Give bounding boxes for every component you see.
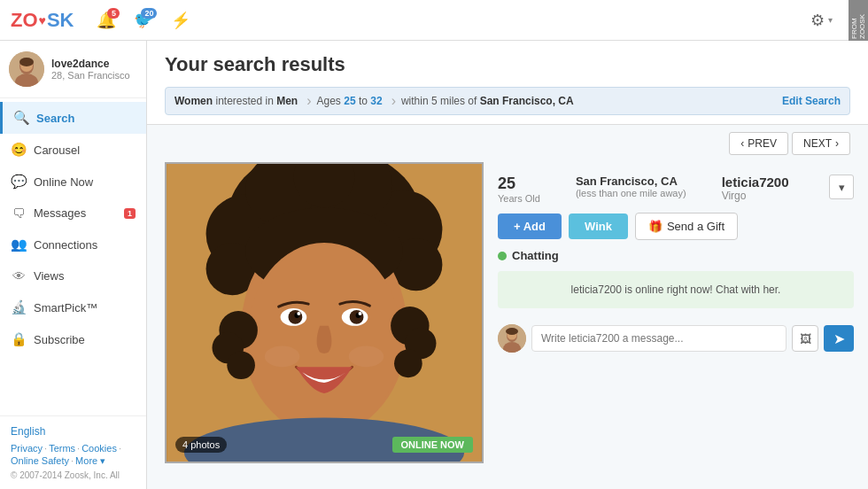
privacy-link[interactable]: Privacy <box>11 443 43 454</box>
pagination-bar: ‹ PREV NEXT › <box>147 125 868 162</box>
chat-avatar <box>498 324 526 353</box>
settings-button[interactable]: ⚙ ▾ <box>810 11 833 30</box>
carousel-icon: 😊 <box>11 142 27 158</box>
boost-icon: ⚡ <box>171 11 190 30</box>
online-safety-link[interactable]: Online Safety <box>11 455 69 467</box>
sidebar-item-smartpick-label: SmartPick™ <box>34 301 97 314</box>
logo-heart-icon: ♥ <box>39 13 46 27</box>
more-link[interactable]: More ▾ <box>75 455 105 467</box>
send-message-button[interactable]: ➤ <box>824 325 854 352</box>
svg-point-40 <box>506 328 518 335</box>
sidebar-item-messages[interactable]: 🗨 Messages 1 <box>0 198 146 229</box>
logo[interactable]: ZO ♥ SK <box>11 9 74 32</box>
user-name: love2dance <box>51 58 130 70</box>
profile-photo-card[interactable]: 4 photos ONLINE NOW <box>165 162 484 463</box>
chat-input-row: 🖼 ➤ <box>498 324 854 353</box>
profile-stats: 25 Years Old San Francisco, CA (less tha… <box>498 175 789 204</box>
age-value: 25 <box>498 175 540 193</box>
content-header: Your search results Women interested in … <box>147 41 868 125</box>
sidebar-item-search[interactable]: 🔍 Search <box>0 102 146 134</box>
gift-icon: 🎁 <box>648 220 663 233</box>
cookies-link[interactable]: Cookies <box>81 443 117 454</box>
sidebar-item-carousel-label: Carousel <box>34 144 80 157</box>
filter-women: Women interested in Men <box>174 95 301 107</box>
svg-point-32 <box>394 350 422 378</box>
user-info: love2dance 28, San Francisco <box>51 58 130 81</box>
connections-icon: 👥 <box>11 237 27 252</box>
svg-point-26 <box>349 346 384 368</box>
username-value: leticia7200 <box>722 175 789 190</box>
sidebar-item-connections[interactable]: 👥 Connections <box>0 229 146 260</box>
svg-point-24 <box>359 312 362 315</box>
terms-link[interactable]: Terms <box>49 443 75 454</box>
add-button[interactable]: + Add <box>498 213 562 239</box>
user-location: 28, San Francisco <box>51 70 130 81</box>
stat-age: 25 Years Old <box>498 175 540 204</box>
chat-status-indicator: Chatting <box>498 249 854 262</box>
notifications-bell-button[interactable]: 🔔 5 <box>91 8 121 33</box>
sep2: · <box>77 443 80 454</box>
sidebar-item-online-now[interactable]: 💬 Online Now <box>0 166 146 198</box>
stat-location: San Francisco, CA (less than one mile aw… <box>576 175 686 204</box>
filter-arrow-1: › <box>301 93 316 109</box>
avatar <box>9 51 44 87</box>
top-navigation: ZO ♥ SK 🔔 5 🐦 20 ⚡ ⚙ ▾ FROM ZOOSK <box>0 0 868 41</box>
nav-notification-icons: 🔔 5 🐦 20 ⚡ <box>91 8 196 33</box>
svg-point-23 <box>297 312 300 315</box>
city-value: San Francisco, CA <box>576 175 686 188</box>
views-icon: 👁 <box>11 268 27 283</box>
gear-icon: ⚙ <box>810 11 825 30</box>
chat-message-input[interactable] <box>531 325 787 352</box>
main-layout: love2dance 28, San Francisco 🔍 Search 😊 … <box>0 41 868 489</box>
notifications-count: 5 <box>107 8 120 19</box>
emoji-button[interactable]: 🖼 <box>792 325 818 352</box>
subscribe-icon: 🔒 <box>11 331 27 347</box>
sidebar-item-subscribe-label: Subscribe <box>34 333 85 346</box>
settings-arrow: ▾ <box>828 15 833 25</box>
sidebar-footer: English Privacy · Terms · Cookies · Onli… <box>0 415 146 489</box>
online-icon: 💬 <box>11 174 27 190</box>
profile-details-panel: 25 Years Old San Francisco, CA (less tha… <box>484 162 868 489</box>
action-buttons: + Add Wink 🎁 Send a Gift <box>498 213 854 240</box>
prev-button[interactable]: ‹ PREV <box>729 132 788 155</box>
expand-profile-button[interactable]: ▾ <box>829 175 854 199</box>
svg-point-25 <box>265 346 300 368</box>
sidebar-item-subscribe[interactable]: 🔒 Subscribe <box>0 323 146 355</box>
edit-search-button[interactable]: Edit Search <box>782 95 841 107</box>
send-gift-button[interactable]: 🎁 Send a Gift <box>635 213 738 240</box>
svg-point-4 <box>19 58 34 66</box>
city-sub: (less than one mile away) <box>576 188 686 198</box>
sep4: · <box>71 455 74 467</box>
age-label: Years Old <box>498 193 540 204</box>
emoji-icon: 🖼 <box>800 332 811 345</box>
logo-zo: ZO <box>11 9 38 32</box>
sep3: · <box>119 443 121 454</box>
zodiac-value: Virgo <box>722 190 789 202</box>
activity-button[interactable]: 🐦 20 <box>128 8 159 33</box>
prev-arrow-icon: ‹ <box>740 137 744 150</box>
svg-point-29 <box>227 351 255 379</box>
boost-button[interactable]: ⚡ <box>166 8 196 33</box>
wink-button[interactable]: Wink <box>569 213 628 239</box>
sidebar-item-messages-label: Messages <box>34 206 86 220</box>
from-zoosk-label: FROM ZOOSK <box>849 0 868 41</box>
sidebar-item-smartpick[interactable]: 🔬 SmartPick™ <box>0 291 146 323</box>
sidebar-item-views-label: Views <box>34 269 64 283</box>
language-selector[interactable]: English <box>11 425 136 438</box>
sep1: · <box>44 443 47 454</box>
sidebar-item-carousel[interactable]: 😊 Carousel <box>0 134 146 166</box>
page-title: Your search results <box>165 53 850 76</box>
sidebar: love2dance 28, San Francisco 🔍 Search 😊 … <box>0 41 147 489</box>
stat-user: leticia7200 Virgo <box>722 175 789 204</box>
sidebar-item-connections-label: Connections <box>34 238 97 252</box>
filter-ages: Ages 25 to 32 <box>317 95 386 107</box>
sidebar-item-views[interactable]: 👁 Views <box>0 260 146 291</box>
sidebar-navigation: 🔍 Search 😊 Carousel 💬 Online Now 🗨 Messa… <box>0 98 146 415</box>
user-profile-section[interactable]: love2dance 28, San Francisco <box>0 41 146 98</box>
next-button[interactable]: NEXT › <box>792 132 850 155</box>
main-content: Your search results Women interested in … <box>147 41 868 489</box>
chevron-down-icon: ▾ <box>839 181 845 194</box>
sidebar-item-search-label: Search <box>36 112 74 125</box>
next-arrow-icon: › <box>835 137 839 150</box>
search-filters-bar: Women interested in Men › Ages 25 to 32 … <box>165 87 850 115</box>
